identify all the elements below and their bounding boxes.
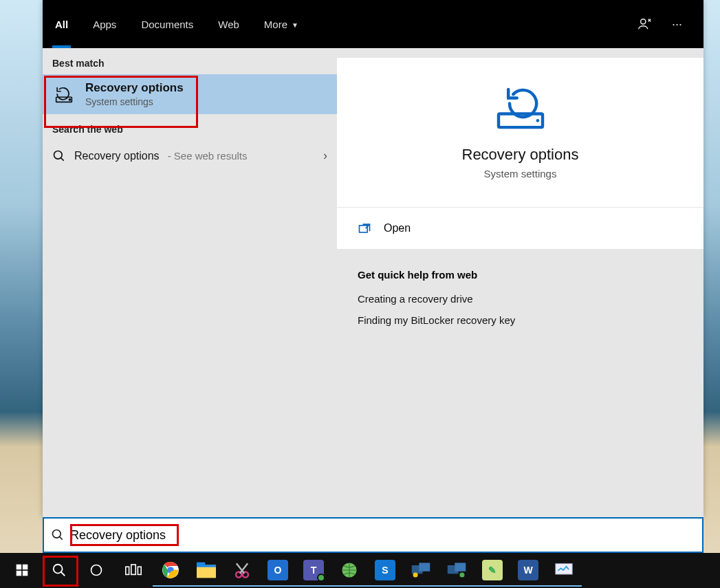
- result-preview-panel: Recovery options System settings Open Ge…: [337, 48, 703, 517]
- svg-line-9: [60, 537, 63, 540]
- open-label: Open: [384, 222, 411, 235]
- tab-documents-label: Documents: [141, 19, 193, 30]
- svg-point-8: [53, 530, 61, 538]
- help-heading: Get quick help from web: [358, 269, 683, 281]
- tab-more[interactable]: More▼: [252, 0, 311, 48]
- taskbar-app-remote2[interactable]: [439, 554, 474, 587]
- svg-rect-32: [455, 563, 466, 571]
- search-results-panel: All Apps Documents Web More▼ ⋯ Best matc…: [43, 0, 703, 517]
- tab-more-label: More: [264, 19, 287, 30]
- best-match-result[interactable]: Recovery options System settings: [43, 74, 337, 114]
- svg-rect-7: [360, 226, 368, 232]
- svg-point-30: [413, 572, 418, 577]
- tab-all[interactable]: All: [43, 0, 80, 48]
- search-web-label: Search the web: [43, 114, 337, 140]
- chevron-right-icon: ›: [323, 149, 327, 163]
- search-icon: [52, 149, 66, 163]
- search-input[interactable]: [70, 528, 695, 543]
- svg-point-14: [54, 564, 63, 573]
- cortana-button[interactable]: [78, 554, 114, 587]
- web-result-item[interactable]: Recovery options - See web results ›: [43, 140, 337, 171]
- taskbar-search-button[interactable]: [41, 554, 77, 587]
- svg-point-16: [91, 565, 102, 575]
- recovery-hero-icon: [490, 78, 552, 133]
- svg-line-15: [61, 571, 65, 576]
- svg-rect-29: [419, 563, 430, 571]
- web-result-suffix: - See web results: [168, 150, 248, 162]
- svg-line-4: [61, 157, 64, 160]
- feedback-icon[interactable]: [637, 17, 653, 32]
- svg-point-3: [54, 151, 63, 159]
- web-result-title: Recovery options: [74, 150, 160, 162]
- svg-rect-13: [23, 570, 28, 576]
- start-button[interactable]: [4, 554, 40, 587]
- tab-documents[interactable]: Documents: [129, 0, 206, 48]
- svg-rect-17: [126, 567, 129, 574]
- best-match-subtitle: System settings: [85, 96, 184, 107]
- svg-point-0: [641, 19, 646, 24]
- taskbar-app-chrome[interactable]: [153, 554, 188, 587]
- search-box[interactable]: [43, 517, 703, 553]
- recovery-icon: [52, 83, 76, 106]
- tab-apps-label: Apps: [93, 19, 116, 30]
- open-action[interactable]: Open: [337, 208, 703, 250]
- help-link[interactable]: Creating a recovery drive: [358, 293, 683, 305]
- svg-rect-10: [17, 564, 22, 569]
- svg-point-33: [459, 572, 464, 577]
- taskbar-app-monitor[interactable]: [546, 554, 582, 587]
- open-icon: [358, 221, 371, 235]
- taskbar-app-teams[interactable]: T: [296, 554, 331, 587]
- taskbar-app-explorer[interactable]: [188, 554, 224, 587]
- taskbar-app-notes[interactable]: ✎: [474, 554, 510, 587]
- results-left-column: Best match Recovery options System setti: [43, 48, 337, 517]
- tab-web[interactable]: Web: [206, 0, 252, 48]
- tab-all-label: All: [55, 19, 68, 30]
- taskbar-app-shield[interactable]: S: [367, 554, 403, 587]
- best-match-title: Recovery options: [85, 81, 184, 95]
- taskbar: OTS✎W: [0, 553, 720, 588]
- svg-point-6: [536, 119, 539, 122]
- preview-title: Recovery options: [462, 146, 579, 164]
- svg-rect-18: [131, 565, 135, 574]
- help-link[interactable]: Finding my BitLocker recovery key: [358, 314, 683, 326]
- svg-rect-11: [23, 564, 28, 569]
- svg-point-2: [69, 99, 70, 100]
- taskbar-app-snip[interactable]: [224, 554, 260, 587]
- search-filter-tabs: All Apps Documents Web More▼ ⋯: [43, 0, 703, 48]
- svg-rect-24: [197, 565, 216, 567]
- search-icon: [51, 528, 65, 542]
- svg-rect-19: [138, 567, 141, 574]
- best-match-label: Best match: [43, 48, 337, 74]
- taskbar-app-remote1[interactable]: [403, 554, 439, 587]
- preview-subtitle: System settings: [484, 168, 557, 179]
- task-view-button[interactable]: [116, 554, 151, 587]
- taskbar-app-outlook[interactable]: O: [260, 554, 296, 587]
- taskbar-app-globe[interactable]: [331, 554, 367, 587]
- tab-apps[interactable]: Apps: [80, 0, 129, 48]
- chevron-down-icon: ▼: [292, 21, 298, 29]
- tab-web-label: Web: [218, 19, 239, 30]
- more-options-icon[interactable]: ⋯: [672, 18, 684, 30]
- svg-rect-12: [17, 570, 22, 576]
- taskbar-app-word[interactable]: W: [510, 554, 546, 587]
